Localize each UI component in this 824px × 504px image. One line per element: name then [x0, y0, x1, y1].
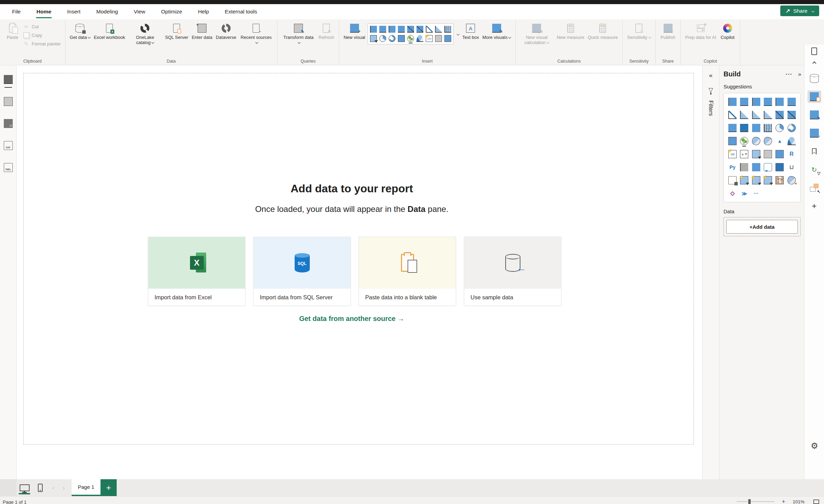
stacked-column-chart-icon[interactable]	[379, 26, 386, 33]
build-visual-pane-button[interactable]	[807, 90, 821, 103]
100-stacked-bar-chart-icon[interactable]	[775, 98, 784, 106]
more-suggestions-dots-icon[interactable]: ···	[752, 189, 760, 197]
gallery-expand-button[interactable]	[454, 24, 461, 44]
text-box-button[interactable]: AText box	[461, 22, 480, 42]
more-visuals-button[interactable]: ✎More visuals	[480, 22, 513, 42]
donut-chart-icon[interactable]	[389, 35, 395, 42]
line-chart-icon[interactable]	[728, 111, 737, 119]
format-visual-pane-button[interactable]: ✎	[807, 109, 821, 121]
use-sample-data-card[interactable]: ←Use sample data	[464, 237, 561, 306]
data-pane-button[interactable]	[807, 72, 821, 85]
line-and-stacked-column-chart-icon[interactable]	[775, 111, 784, 119]
line-and-clustered-column-chart-icon[interactable]	[416, 26, 423, 33]
report-view-button[interactable]	[4, 75, 13, 85]
funnel-chart-icon[interactable]	[752, 124, 760, 132]
format-painter-button[interactable]: ✎Format painter	[22, 40, 62, 48]
copy-button[interactable]: Copy	[22, 31, 43, 39]
new-visual-calculation-button[interactable]: ƒxNew visual calculation	[518, 22, 555, 47]
import-sql-server-card[interactable]: SQLImport data from SQL Server	[253, 237, 351, 306]
zoom-in-button[interactable]: +	[782, 498, 785, 504]
metrics-trophy-icon[interactable]: ⊔	[788, 163, 796, 171]
image-visual-icon[interactable]	[775, 176, 784, 184]
area-chart-icon[interactable]	[435, 26, 442, 33]
area-chart-icon[interactable]	[740, 111, 748, 119]
onelake-catalog-button[interactable]: OneLake catalog	[127, 22, 163, 47]
treemap-icon[interactable]	[398, 35, 405, 42]
share-button[interactable]: ↗ Share	[780, 6, 819, 16]
menu-item-external-tools[interactable]: External tools	[217, 4, 265, 19]
menu-item-optimize[interactable]: Optimize	[153, 4, 190, 19]
publish-button[interactable]: ↑Publish	[658, 22, 678, 42]
cut-button[interactable]: ✂Cut	[22, 23, 40, 31]
sensitivity-button[interactable]: ✎Sensitivity	[625, 22, 653, 42]
key-influencers-icon[interactable]	[740, 163, 748, 171]
new-measure-button[interactable]: New measure	[555, 22, 586, 42]
menu-item-help[interactable]: Help	[190, 4, 217, 19]
sync-slicers-pane-button[interactable]: ↻▽	[807, 163, 821, 176]
next-page-button[interactable]: ›	[59, 479, 69, 496]
waterfall-chart-icon[interactable]	[740, 124, 748, 132]
menu-item-home[interactable]: Home	[29, 4, 59, 19]
scatter-chart-icon[interactable]	[444, 26, 451, 33]
collapse-ribbon-icon[interactable]	[812, 61, 816, 65]
sql-server-button[interactable]: SQL Server	[163, 22, 190, 42]
pie-chart-icon[interactable]	[775, 124, 784, 132]
excel-workbook-button[interactable]: XExcel workbook	[92, 22, 127, 42]
refresh-button[interactable]: ↻Refresh	[317, 22, 336, 42]
slicer-icon[interactable]	[752, 150, 760, 158]
fit-to-page-icon[interactable]	[813, 500, 819, 504]
matrix-icon[interactable]	[775, 150, 784, 158]
slicer-icon[interactable]	[370, 35, 377, 42]
matrix-icon[interactable]	[444, 35, 451, 42]
paste-data-card[interactable]: Paste data into a blank table	[359, 237, 456, 306]
stacked-bar-chart-icon[interactable]	[728, 98, 737, 106]
map-icon[interactable]	[740, 137, 748, 145]
filters-pane-label[interactable]: Filters	[708, 100, 714, 116]
line-and-clustered-column-chart-icon[interactable]	[788, 111, 796, 119]
quick-measure-button[interactable]: ⚡Quick measure	[586, 22, 620, 42]
treemap-icon[interactable]	[728, 137, 737, 145]
gauge-icon[interactable]	[788, 137, 796, 145]
ribbon-chart-icon[interactable]	[728, 124, 737, 132]
dax-query-view-button[interactable]: DAX	[4, 141, 13, 151]
page-tab[interactable]: Page 1	[72, 479, 101, 496]
paste-button[interactable]: Paste	[3, 22, 22, 42]
prep-data-for-ai-button[interactable]: ∗Prep data for AI	[684, 22, 718, 42]
new-page-button[interactable]: +	[101, 479, 117, 496]
line-and-stacked-column-chart-icon[interactable]	[407, 26, 414, 33]
power-apps-visual-icon[interactable]: ◇	[728, 189, 737, 197]
arcgis-map-icon[interactable]: ●	[788, 176, 796, 184]
dataverse-button[interactable]: Dataverse	[214, 22, 238, 42]
model-view-button[interactable]	[4, 119, 13, 129]
donut-chart-icon[interactable]	[788, 124, 796, 132]
selection-pane-button[interactable]: ↖	[807, 182, 821, 194]
tmdl-view-button[interactable]: TMDL	[4, 163, 13, 173]
settings-gear-icon[interactable]: ⚙	[811, 441, 818, 451]
power-automate-visual-icon[interactable]: ≫	[740, 189, 748, 197]
azure-map-icon[interactable]: ▲	[775, 137, 784, 145]
device-preview-icon[interactable]	[811, 47, 817, 56]
paginated-report-icon[interactable]: ▦	[728, 176, 737, 184]
clustered-bar-chart-icon[interactable]	[752, 98, 760, 106]
python-visual-icon[interactable]: Py	[728, 163, 737, 171]
menu-item-file[interactable]: File	[4, 4, 29, 19]
kpi-icon[interactable]	[740, 150, 748, 158]
add-data-button[interactable]: +Add data	[726, 220, 798, 234]
scatter-chart-icon[interactable]	[764, 124, 772, 132]
filled-map-icon[interactable]	[752, 137, 760, 145]
expand-filters-icon[interactable]: «	[709, 72, 713, 79]
table-view-button[interactable]	[4, 97, 13, 107]
copilot-button[interactable]: Copilot	[718, 22, 737, 42]
map-icon[interactable]	[407, 35, 414, 42]
100-stacked-area-chart-icon[interactable]	[764, 111, 772, 119]
stacked-column-chart-icon[interactable]	[740, 98, 748, 106]
add-pane-button[interactable]: +	[807, 200, 821, 212]
clustered-bar-chart-icon[interactable]	[389, 26, 395, 33]
card-icon[interactable]: 123⚡	[426, 35, 433, 42]
decomposition-tree-icon[interactable]	[752, 163, 760, 171]
stacked-area-chart-icon[interactable]	[752, 111, 760, 119]
new-visual-button[interactable]: +New visual	[342, 22, 367, 42]
mobile-layout-button[interactable]	[32, 479, 48, 496]
menu-item-view[interactable]: View	[126, 4, 153, 19]
previous-page-button[interactable]: ‹	[48, 479, 59, 496]
